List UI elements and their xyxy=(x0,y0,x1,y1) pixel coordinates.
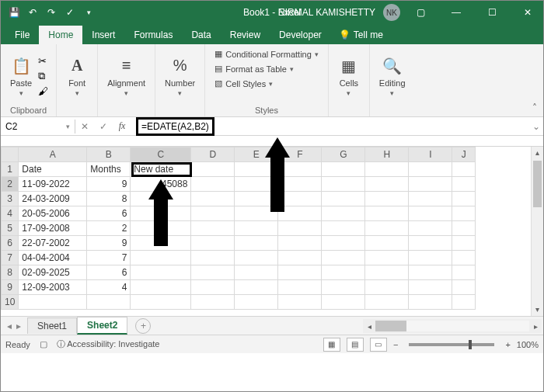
row-header[interactable]: 10 xyxy=(2,295,19,310)
cell-styles-button[interactable]: ▧ Cell Styles ▾ xyxy=(213,77,274,90)
cell[interactable] xyxy=(131,206,191,221)
cell[interactable] xyxy=(365,192,409,206)
cell[interactable]: 17-09-2008 xyxy=(19,221,87,236)
cell[interactable] xyxy=(409,206,452,221)
row-header[interactable]: 7 xyxy=(2,251,19,265)
cell[interactable] xyxy=(322,177,365,192)
cell[interactable]: 12-09-2003 xyxy=(19,280,87,295)
cell[interactable] xyxy=(409,177,452,192)
cell[interactable] xyxy=(452,162,476,177)
cell[interactable]: 4 xyxy=(87,280,131,295)
cell[interactable]: 11-09-2022 xyxy=(19,177,87,192)
cell[interactable] xyxy=(452,236,476,251)
row-header[interactable]: 1 xyxy=(2,162,19,177)
cell[interactable]: 8 xyxy=(87,192,131,206)
col-header-C[interactable]: C xyxy=(131,147,191,162)
cell[interactable] xyxy=(322,295,365,310)
page-layout-view-icon[interactable]: ▤ xyxy=(347,338,364,352)
cell[interactable] xyxy=(365,162,409,177)
cell[interactable] xyxy=(365,206,409,221)
cell[interactable] xyxy=(278,221,322,236)
cell[interactable] xyxy=(365,251,409,265)
cell[interactable] xyxy=(278,162,322,177)
tab-data[interactable]: Data xyxy=(182,26,220,44)
sheet-tab-sheet2[interactable]: Sheet2 xyxy=(77,317,127,335)
cell[interactable]: 02-09-2025 xyxy=(19,265,87,280)
cell[interactable] xyxy=(322,236,365,251)
row-header[interactable]: 8 xyxy=(2,265,19,280)
cell[interactable] xyxy=(191,221,235,236)
cell[interactable] xyxy=(452,295,476,310)
scroll-up-icon[interactable]: ▴ xyxy=(532,147,543,159)
ribbon-display-options-icon[interactable]: ▢ xyxy=(405,1,436,24)
tell-me[interactable]: 💡 Tell me xyxy=(331,26,391,44)
cell[interactable] xyxy=(235,192,278,206)
cell[interactable] xyxy=(191,251,235,265)
save-icon[interactable]: 💾 xyxy=(9,7,19,18)
cell[interactable] xyxy=(322,280,365,295)
cell[interactable]: Date xyxy=(19,162,87,177)
row-header[interactable]: 9 xyxy=(2,280,19,295)
cancel-formula-icon[interactable]: ✕ xyxy=(75,121,94,132)
qat-customize-icon[interactable]: ▾ xyxy=(83,7,94,18)
cell[interactable] xyxy=(322,265,365,280)
expand-formula-bar-icon[interactable]: ⌄ xyxy=(529,121,543,132)
cell[interactable]: 7 xyxy=(87,251,131,265)
format-painter-icon[interactable]: 🖌 xyxy=(38,85,48,97)
new-sheet-button[interactable]: + xyxy=(135,318,151,334)
col-header-J[interactable]: J xyxy=(452,147,476,162)
cell[interactable] xyxy=(365,265,409,280)
horizontal-scrollbar[interactable]: ◂ ▸ xyxy=(363,319,542,333)
scroll-down-icon[interactable]: ▾ xyxy=(532,304,543,316)
cell[interactable] xyxy=(409,162,452,177)
cell[interactable] xyxy=(409,236,452,251)
cell[interactable] xyxy=(322,192,365,206)
cell[interactable] xyxy=(191,177,235,192)
vertical-scrollbar[interactable]: ▴ ▾ xyxy=(531,147,543,316)
tab-review[interactable]: Review xyxy=(221,26,270,44)
cell[interactable] xyxy=(191,192,235,206)
cell[interactable] xyxy=(278,265,322,280)
close-icon[interactable]: ✕ xyxy=(512,1,543,24)
cell[interactable] xyxy=(452,192,476,206)
cell[interactable] xyxy=(131,280,191,295)
cell[interactable] xyxy=(131,295,191,310)
sheet-nav-next-icon[interactable]: ▸ xyxy=(16,321,21,331)
alignment-button[interactable]: ≡ Alignment ▾ xyxy=(106,54,147,99)
spellcheck-icon[interactable]: ✓ xyxy=(65,7,75,18)
cell[interactable] xyxy=(278,236,322,251)
scroll-left-icon[interactable]: ◂ xyxy=(363,322,375,331)
col-header-I[interactable]: I xyxy=(409,147,452,162)
cell[interactable] xyxy=(322,251,365,265)
cell[interactable]: 2 xyxy=(87,221,131,236)
cell[interactable]: 45088 xyxy=(131,177,191,192)
row-header[interactable]: 2 xyxy=(2,177,19,192)
cell[interactable] xyxy=(409,265,452,280)
cell[interactable] xyxy=(278,177,322,192)
cell[interactable] xyxy=(191,162,235,177)
cell[interactable] xyxy=(235,280,278,295)
cell[interactable] xyxy=(191,265,235,280)
cell[interactable] xyxy=(131,251,191,265)
zoom-level[interactable]: 100% xyxy=(517,340,539,349)
cell[interactable] xyxy=(235,221,278,236)
row-header[interactable]: 5 xyxy=(2,221,19,236)
tab-home[interactable]: Home xyxy=(39,26,82,44)
cell[interactable] xyxy=(409,251,452,265)
cell[interactable] xyxy=(191,206,235,221)
avatar[interactable]: NK xyxy=(383,4,400,21)
name-box[interactable]: C2 ▾ xyxy=(1,120,75,134)
cell[interactable] xyxy=(19,295,87,310)
cell[interactable] xyxy=(365,221,409,236)
tab-formulas[interactable]: Formulas xyxy=(124,26,182,44)
col-header-H[interactable]: H xyxy=(365,147,409,162)
tab-file[interactable]: File xyxy=(5,26,39,44)
copy-icon[interactable]: ⧉ xyxy=(38,70,48,82)
col-header-A[interactable]: A xyxy=(19,147,87,162)
zoom-slider[interactable] xyxy=(409,343,494,346)
cell[interactable] xyxy=(235,295,278,310)
col-header-G[interactable]: G xyxy=(322,147,365,162)
cell[interactable] xyxy=(452,206,476,221)
cell[interactable]: 9 xyxy=(87,177,131,192)
col-header-F[interactable]: F xyxy=(278,147,322,162)
